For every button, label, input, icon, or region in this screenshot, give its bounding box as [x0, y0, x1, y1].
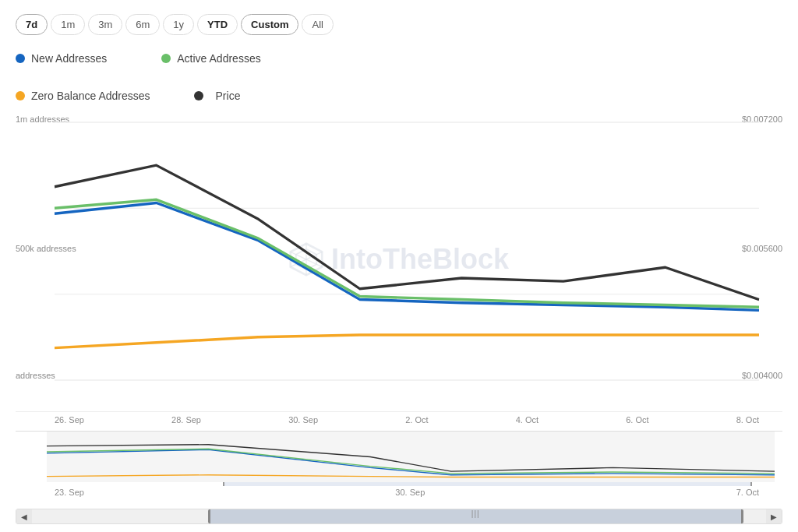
active-addresses-label: Active Addresses [177, 52, 260, 65]
x-label-0: 26. Sep [55, 415, 84, 425]
mini-x-label-0: 23. Sep [55, 488, 84, 497]
main-container: 7d 1m 3m 6m 1y YTD Custom All New Addres… [0, 0, 798, 532]
zero-balance-label: Zero Balance Addresses [31, 90, 150, 102]
main-chart: 1m addresses 500k addresses addresses $0… [16, 107, 782, 412]
x-label-6: 8. Oct [736, 415, 759, 425]
mini-chart-svg [47, 432, 775, 482]
zero-balance-dot [16, 91, 25, 100]
active-addresses-line [55, 199, 759, 307]
chart-svg [55, 122, 759, 380]
x-label-1: 28. Sep [171, 415, 201, 425]
scroll-left-arrow[interactable]: ◀ [16, 509, 32, 523]
x-axis-labels: 26. Sep 28. Sep 30. Sep 2. Oct 4. Oct 6.… [16, 412, 782, 428]
btn-6m[interactable]: 6m [125, 14, 160, 35]
btn-all[interactable]: All [302, 14, 333, 35]
new-addresses-label: New Addresses [31, 52, 107, 65]
svg-rect-9 [47, 432, 775, 482]
scroll-center-handle[interactable]: ||| [471, 509, 480, 518]
mini-x-label-2: 7. Oct [736, 488, 759, 497]
x-label-5: 6. Oct [626, 415, 648, 425]
btn-1m[interactable]: 1m [51, 14, 85, 35]
btn-3m[interactable]: 3m [88, 14, 122, 35]
btn-custom[interactable]: Custom [241, 14, 298, 35]
btn-1y[interactable]: 1y [163, 14, 194, 35]
scroll-right-arrow[interactable]: ▶ [766, 509, 782, 523]
scrollbar-thumb[interactable]: ||| [208, 509, 743, 523]
mini-chart-inner: || || [16, 432, 782, 486]
price-dot [194, 91, 203, 100]
legend-zero-balance: Zero Balance Addresses Price [16, 90, 782, 102]
zero-balance-line [55, 335, 759, 348]
btn-ytd[interactable]: YTD [197, 14, 238, 35]
active-addresses-dot [161, 54, 171, 63]
btn-7d[interactable]: 7d [16, 14, 48, 35]
x-label-3: 2. Oct [405, 415, 428, 425]
x-label-4: 4. Oct [516, 415, 538, 425]
mini-x-axis: 23. Sep 30. Sep 7. Oct [16, 486, 782, 497]
y-label-bot-left: addresses [16, 371, 55, 380]
chart-legend: New Addresses Active Addresses Zero Bala… [16, 41, 782, 107]
legend-new-addresses: New Addresses [16, 52, 107, 65]
price-line [55, 165, 759, 299]
scrollbar[interactable]: ◀ ||| ▶ [16, 509, 782, 524]
mini-chart: || || 23. Sep 30. Sep 7. Oct [16, 431, 782, 509]
price-label: Price [216, 90, 241, 102]
time-period-buttons: 7d 1m 3m 6m 1y YTD Custom All [16, 8, 782, 41]
new-addresses-dot [16, 54, 25, 63]
mini-x-label-1: 30. Sep [395, 488, 425, 497]
legend-active-addresses: Active Addresses [161, 52, 260, 65]
x-label-2: 30. Sep [288, 415, 318, 425]
